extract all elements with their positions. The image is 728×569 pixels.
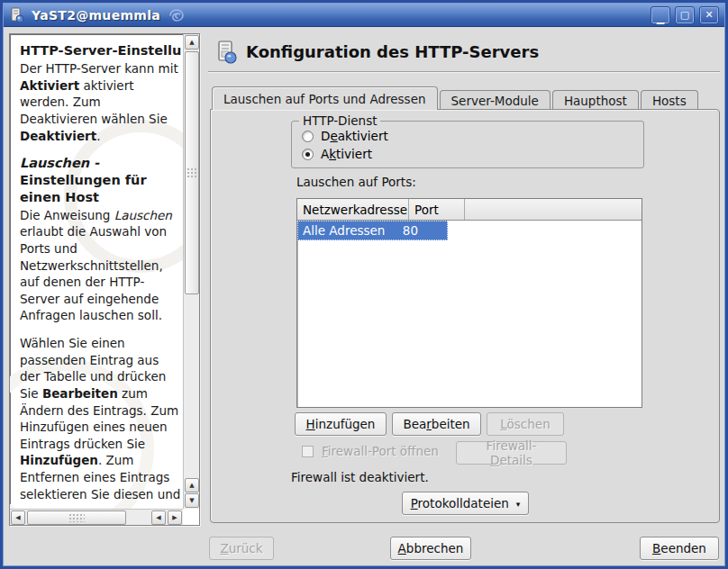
scroll-left-icon[interactable]: ◀ xyxy=(11,510,25,525)
help-horizontal-scrollbar[interactable]: ◀ ◀ ▶ xyxy=(10,509,183,525)
tab-server-module[interactable]: Server-Module xyxy=(440,90,551,110)
minimize-button[interactable]: ▁ xyxy=(651,6,670,24)
scroll-up-icon[interactable]: ▲ xyxy=(185,35,199,50)
radio-aktiviert[interactable]: Aktiviert xyxy=(302,147,372,161)
maximize-button[interactable]: ▢ xyxy=(675,6,695,24)
titlebar[interactable]: YaST2@muemmla ▁ ▢ ✕ xyxy=(4,4,724,27)
groupbox-title: HTTP-Dienst xyxy=(299,113,380,128)
help-paragraph: Wählen Sie einen passenden Eintrag aus d… xyxy=(20,335,181,502)
tab-bar: Lauschen auf Ports und Adressen Server-M… xyxy=(212,86,700,110)
column-header-port[interactable]: Port xyxy=(409,199,465,220)
yast2-window: YaST2@muemmla ▁ ▢ ✕ HTTP-Server-Einstell… xyxy=(0,0,728,569)
finish-button[interactable]: Beenden xyxy=(640,537,719,560)
http-dienst-groupbox: HTTP-Dienst Deaktiviert Aktiviert xyxy=(291,121,644,168)
radio-deaktiviert[interactable]: Deaktiviert xyxy=(302,129,388,143)
firewall-port-checkbox: Firewall-Port öffnen xyxy=(302,444,439,458)
close-icon: ✕ xyxy=(705,10,713,20)
scroll-button-group: ▲ ▼ xyxy=(184,477,200,509)
back-button: Zurück xyxy=(209,537,274,560)
column-header-filler xyxy=(465,199,642,220)
listen-ports-label: Lauschen auf Ports: xyxy=(296,175,416,189)
delete-button: Löschen xyxy=(487,412,564,436)
close-button[interactable]: ✕ xyxy=(699,6,719,24)
firewall-details-button: Firewall-Details xyxy=(456,441,567,465)
help-paragraph: Der HTTP-Server kann mit Aktiviert aktiv… xyxy=(20,60,181,144)
cancel-button[interactable]: Abbrechen xyxy=(390,537,471,560)
log-files-menu-button[interactable]: Protokolldateien ▾ xyxy=(402,492,529,515)
window-title: YaST2@muemmla xyxy=(32,8,160,23)
radio-label: Deaktiviert xyxy=(321,129,388,143)
dropdown-arrow-icon: ▾ xyxy=(516,500,521,509)
tab-hosts[interactable]: Hosts xyxy=(641,90,698,110)
checkbox-label: Firewall-Port öffnen xyxy=(322,444,439,458)
radio-icon-checked[interactable] xyxy=(302,149,314,160)
http-server-icon xyxy=(215,41,239,64)
help-paragraph: Die Anweisung Lauschen erlaubt die Auswa… xyxy=(20,207,181,324)
table-header: Netzwerkadresse Port xyxy=(297,199,642,221)
cell-port: 80 xyxy=(397,223,448,238)
suse-gecko-icon xyxy=(168,7,186,23)
radio-icon[interactable] xyxy=(302,131,314,142)
scroll-right-icon[interactable]: ▶ xyxy=(168,510,182,525)
scroll-left-icon[interactable]: ◀ xyxy=(151,510,166,525)
help-panel: HTTP-Server-Einstellungen Der HTTP-Serve… xyxy=(9,33,200,526)
minimize-icon: ▁ xyxy=(657,14,664,23)
listen-ports-table[interactable]: Netzwerkadresse Port Alle Adressen 80 xyxy=(296,198,642,408)
edit-button[interactable]: Bearbeiten xyxy=(392,412,481,436)
checkbox-icon xyxy=(302,446,314,457)
horizontal-scroll-thumb[interactable] xyxy=(27,510,126,525)
scroll-button-group: ◀ ▶ xyxy=(150,510,183,526)
help-vertical-scrollbar[interactable]: ▲ ▲ ▼ xyxy=(183,34,199,509)
vertical-scroll-thumb[interactable] xyxy=(185,51,199,294)
table-row[interactable]: Alle Adressen 80 xyxy=(297,221,448,240)
help-heading: HTTP-Server-Einstellungen xyxy=(20,41,181,59)
scroll-grip xyxy=(187,167,197,178)
help-subheading: Lauschen - Einstellungen für einen Host xyxy=(20,155,181,206)
column-header-netzwerkadresse[interactable]: Netzwerkadresse xyxy=(297,199,409,220)
add-button[interactable]: Hinzufügen xyxy=(295,412,387,436)
yast-app-icon xyxy=(9,7,25,23)
header-separator xyxy=(208,71,720,73)
scroll-up-icon[interactable]: ▲ xyxy=(185,478,199,492)
scroll-down-icon[interactable]: ▼ xyxy=(185,493,199,508)
help-text: HTTP-Server-Einstellungen Der HTTP-Serve… xyxy=(10,34,183,509)
firewall-status-text: Firewall ist deaktiviert. xyxy=(291,470,429,484)
cell-address: Alle Adressen xyxy=(297,223,397,238)
maximize-icon: ▢ xyxy=(680,10,689,20)
tab-lauschen-auf-ports[interactable]: Lauschen auf Ports und Adressen xyxy=(212,86,438,110)
tab-haupthost[interactable]: Haupthost xyxy=(552,90,639,110)
page-title: Konfiguration des HTTP-Servers xyxy=(246,42,539,61)
scroll-grip xyxy=(68,513,85,522)
window-controls: ▁ ▢ ✕ xyxy=(651,6,719,24)
radio-label: Aktiviert xyxy=(321,147,372,161)
